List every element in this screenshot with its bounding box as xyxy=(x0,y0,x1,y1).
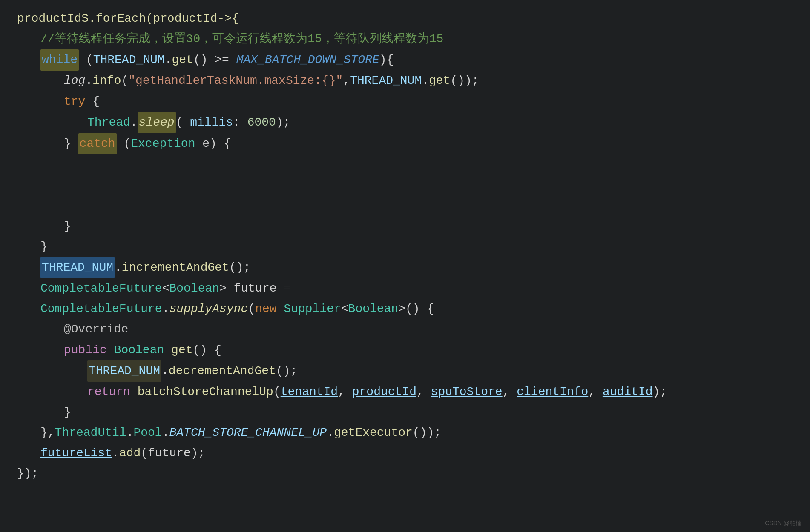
code-line-4: log . info ( "getHandlerTaskNum.maxSize:… xyxy=(17,71,793,91)
code-text: ( xyxy=(79,50,93,70)
code-text: . xyxy=(162,299,169,319)
code-text: >() { xyxy=(398,299,434,319)
code-line-10: } xyxy=(17,237,793,257)
code-line-8 xyxy=(17,154,793,216)
code-text: , xyxy=(416,382,431,402)
code-text: . xyxy=(162,423,169,443)
param-spu: spuToStore xyxy=(431,382,503,402)
code-text: ()); xyxy=(450,71,479,91)
code-line-20: futureList . add (future); xyxy=(17,443,793,463)
thread-util-class: ThreadUtil xyxy=(55,423,126,443)
code-line-13: CompletableFuture . supplyAsync ( new Su… xyxy=(17,299,793,319)
watermark: CSDN @柏楠 xyxy=(765,518,801,528)
code-text: . xyxy=(130,112,138,133)
boolean-class2: Boolean xyxy=(348,299,399,319)
string-literal: "getHandlerTaskNum.maxSize:{}" xyxy=(128,71,343,91)
code-line-7: } catch ( Exception e) { xyxy=(17,133,793,154)
code-text: . xyxy=(126,423,134,443)
catch-keyword: catch xyxy=(78,133,117,154)
get-method: get xyxy=(172,50,193,70)
param-value: 6000 xyxy=(247,112,276,133)
batch-store-method: batchStoreChannelUp xyxy=(138,382,273,402)
code-container: productIdS.forEach(productId->{ //等待线程任务… xyxy=(0,0,810,493)
code-text: < xyxy=(341,299,348,319)
sleep-method: sleep xyxy=(138,112,176,133)
code-text: ( xyxy=(117,134,131,154)
code-text: , xyxy=(503,382,517,402)
code-text: : xyxy=(233,112,247,133)
info-method: info xyxy=(92,71,121,91)
code-comment: //等待线程任务完成，设置30，可令运行线程数为15，等待队列线程数为15 xyxy=(40,29,443,49)
code-text: ){ xyxy=(379,50,394,70)
code-line-5: try { xyxy=(17,92,793,112)
code-text: . xyxy=(112,443,119,463)
completable-future-class: CompletableFuture xyxy=(40,278,162,299)
code-text: } xyxy=(64,216,71,237)
code-line-15: public Boolean get () { xyxy=(17,340,793,360)
decrement-method: decrementAndGet xyxy=(169,361,276,381)
code-text xyxy=(164,340,171,360)
code-text: ); xyxy=(653,382,667,402)
public-keyword: public xyxy=(64,340,107,360)
code-line-12: CompletableFuture < Boolean > future = xyxy=(17,278,793,299)
new-keyword: new xyxy=(255,299,276,319)
boolean-return: Boolean xyxy=(114,340,164,360)
supplier-class: Supplier xyxy=(284,299,341,319)
code-line-6: Thread . sleep ( millis : 6000 ); xyxy=(17,112,793,133)
code-line-14: @Override xyxy=(17,319,793,340)
boolean-class: Boolean xyxy=(169,278,219,299)
code-text: (); xyxy=(229,257,250,278)
code-text: , xyxy=(338,382,352,402)
code-text: ()); xyxy=(413,423,441,443)
return-keyword: return xyxy=(87,382,130,402)
supply-async-method: supplyAsync xyxy=(169,299,248,319)
code-line-9: } xyxy=(17,216,793,237)
code-line-17: return batchStoreChannelUp ( tenantId , … xyxy=(17,382,793,402)
code-line-21: }); xyxy=(17,463,793,484)
code-text: { xyxy=(85,92,100,112)
code-line-1: productIdS.forEach(productId->{ xyxy=(17,9,793,29)
code-text: }, xyxy=(40,423,55,443)
get-method3: get xyxy=(171,340,192,360)
thread-num-highlighted: THREAD_NUM xyxy=(40,257,115,278)
code-text: e) { xyxy=(195,134,231,154)
code-line-16: THREAD_NUM . decrementAndGet (); xyxy=(17,360,793,382)
code-text: . xyxy=(161,361,169,381)
code-text: . xyxy=(115,257,122,278)
code-line-18: } xyxy=(17,402,793,423)
code-text: . xyxy=(422,71,429,91)
code-line-2: //等待线程任务完成，设置30，可令运行线程数为15，等待队列线程数为15 xyxy=(17,29,793,49)
add-method: add xyxy=(119,443,141,463)
code-line-11: THREAD_NUM . incrementAndGet (); xyxy=(17,257,793,278)
code-line-19: }, ThreadUtil . Pool . BATCH_STORE_CHANN… xyxy=(17,423,793,443)
code-text xyxy=(277,299,284,319)
code-text: () { xyxy=(193,340,221,360)
code-text: . xyxy=(165,50,172,70)
code-text: ( xyxy=(176,112,190,133)
get-method2: get xyxy=(429,71,450,91)
code-text: , xyxy=(588,382,603,402)
thread-class: Thread xyxy=(87,112,130,133)
batch-const: BATCH_STORE_CHANNEL_UP xyxy=(169,423,327,443)
pool-class: Pool xyxy=(133,423,162,443)
get-executor-method: getExecutor xyxy=(334,423,413,443)
override-annotation: @Override xyxy=(64,319,128,340)
code-text: } xyxy=(40,237,48,257)
param-tenant: tenantId xyxy=(281,382,338,402)
code-text: (); xyxy=(276,361,297,381)
future-list-ref: futureList xyxy=(40,443,112,463)
code-text: ( xyxy=(121,71,128,91)
try-keyword: try xyxy=(64,92,85,112)
code-text: }); xyxy=(17,463,38,484)
constant-ref: MAX_BATCH_DOWN_STORE xyxy=(236,50,379,70)
code-text: } xyxy=(64,134,78,154)
param-product: productId xyxy=(352,382,416,402)
code-text: . xyxy=(85,71,92,91)
thread-num-ref: THREAD_NUM xyxy=(93,50,165,70)
param-client: clientInfo xyxy=(517,382,588,402)
code-line-3: while ( THREAD_NUM . get () >= MAX_BATCH… xyxy=(17,49,793,71)
increment-method: incrementAndGet xyxy=(122,257,229,278)
thread-num-ref3: THREAD_NUM xyxy=(87,360,161,382)
thread-num-ref2: THREAD_NUM xyxy=(350,71,422,91)
code-text: ( xyxy=(273,382,281,402)
